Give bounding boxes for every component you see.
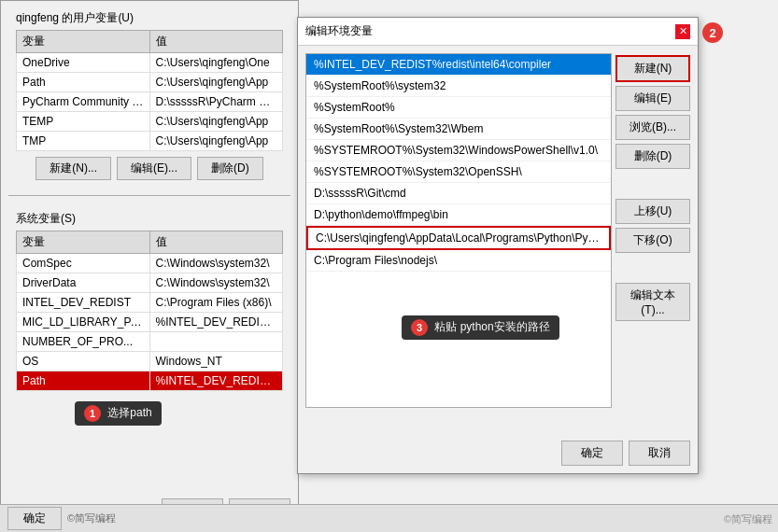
sys-vars-table: 变量 值 ComSpecC:\Windows\system32\DriverDa… [16, 231, 283, 391]
annotation-text-1: 选择path [107, 406, 151, 419]
var-name: INTEL_DEV_REDIST [17, 293, 150, 313]
dialog-new-btn[interactable]: 新建(N) [615, 55, 690, 82]
var-name: MIC_LD_LIBRARY_PATH [17, 313, 150, 332]
sys-col-name: 变量 [17, 231, 150, 254]
var-value: C:\Users\qingfeng\One [149, 53, 283, 73]
sys-var-row[interactable]: OSWindows_NT [17, 352, 283, 371]
user-vars-buttons: 新建(N)... 编辑(E)... 删除(D) [8, 157, 290, 180]
annotation-text-3: 粘贴 python安装的路径 [434, 320, 549, 333]
watermark: ©简写编程 [724, 512, 772, 526]
var-name: OS [17, 352, 150, 371]
dialog-titlebar: 编辑环境变量 ✕ [298, 18, 698, 46]
var-name: TEMP [17, 112, 150, 132]
user-var-row[interactable]: PathC:\Users\qingfeng\App [17, 73, 283, 92]
user-var-row[interactable]: TEMPC:\Users\qingfeng\App [17, 112, 283, 132]
path-list-item[interactable]: %SystemRoot%\System32\Wbem [306, 119, 611, 140]
var-name: Path [17, 371, 150, 391]
user-delete-btn[interactable]: 删除(D) [197, 157, 263, 180]
path-list-item[interactable]: C:\Users\qingfeng\AppData\Local\Programs… [306, 226, 611, 250]
path-list-item[interactable]: D:\python\demo\ffmpeg\bin [306, 204, 611, 226]
dialog-title: 编辑环境变量 [305, 23, 373, 39]
path-list[interactable]: %INTEL_DEV_REDIST%redist\intel64\compile… [305, 53, 612, 408]
var-value: C:\Windows\system32\ [149, 254, 283, 273]
user-var-row[interactable]: TMPC:\Users\qingfeng\App [17, 132, 283, 151]
dialog-bottom-buttons: 确定 取消 [561, 441, 690, 466]
annotation-circle-2: 2 [702, 22, 723, 43]
sys-col-value: 值 [149, 231, 283, 254]
var-name: PyCharm Community Editi... [17, 92, 150, 112]
dialog-delete-btn[interactable]: 删除(D) [615, 144, 690, 169]
annotation-2: 2 [702, 22, 727, 43]
user-edit-btn[interactable]: 编辑(E)... [117, 157, 191, 180]
annotation-circle-1: 1 [84, 405, 101, 422]
sys-var-row[interactable]: NUMBER_OF_PRO... [17, 332, 283, 352]
dialog-edit-text-btn[interactable]: 编辑文本(T)... [615, 283, 690, 321]
path-list-item[interactable]: %INTEL_DEV_REDIST%redist\intel64\compile… [306, 54, 611, 76]
annotation-circle-3: 3 [411, 319, 428, 336]
var-value [149, 332, 283, 352]
user-var-row[interactable]: OneDriveC:\Users\qingfeng\One [17, 53, 283, 73]
var-value: C:\Windows\system32\ [149, 273, 283, 293]
user-vars-title: qingfeng 的用户变量(U) [8, 5, 290, 30]
sys-var-row[interactable]: Path%INTEL_DEV_REDIST% [17, 371, 283, 391]
var-value: C:\Users\qingfeng\App [149, 73, 283, 92]
sys-vars-section: 系统变量(S) 变量 值 ComSpecC:\Windows\system32\… [1, 202, 298, 395]
var-name: TMP [17, 132, 150, 151]
var-name: ComSpec [17, 254, 150, 273]
user-vars-section: qingfeng 的用户变量(U) 变量 值 OneDriveC:\Users\… [1, 1, 298, 189]
sys-var-row[interactable]: MIC_LD_LIBRARY_PATH%INTEL_DEV_REDIST% [17, 313, 283, 332]
var-value: C:\Users\qingfeng\App [149, 132, 283, 151]
user-var-row[interactable]: PyCharm Community Editi...D:\sssssR\PyCh… [17, 92, 283, 112]
dialog-right-buttons: 新建(N) 编辑(E) 浏览(B)... 删除(D) 上移(U) 下移(O) 编… [615, 55, 690, 321]
var-name: Path [17, 73, 150, 92]
var-value: %INTEL_DEV_REDIST% [149, 313, 283, 332]
var-value: C:\Users\qingfeng\App [149, 112, 283, 132]
var-name: OneDrive [17, 53, 150, 73]
sys-var-row[interactable]: ComSpecC:\Windows\system32\ [17, 254, 283, 273]
divider [8, 195, 290, 196]
sys-var-row[interactable]: DriverDataC:\Windows\system32\ [17, 273, 283, 293]
user-vars-table: 变量 值 OneDriveC:\Users\qingfeng\OnePathC:… [16, 30, 283, 151]
sys-var-row[interactable]: INTEL_DEV_REDISTC:\Program Files (x86)\ [17, 293, 283, 313]
path-list-item[interactable]: %SystemRoot%\system32 [306, 76, 611, 97]
dialog-move-up-btn[interactable]: 上移(U) [615, 199, 690, 224]
var-name: DriverData [17, 273, 150, 293]
path-list-item[interactable]: D:\sssssR\Git\cmd [306, 183, 611, 204]
dialog-browse-btn[interactable]: 浏览(B)... [615, 115, 690, 140]
sys-vars-title: 系统变量(S) [8, 205, 290, 231]
taskbar-brand: ©简写编程 [67, 511, 116, 525]
taskbar: 确定 ©简写编程 [0, 504, 778, 532]
var-name: NUMBER_OF_PRO... [17, 332, 150, 352]
var-value: %INTEL_DEV_REDIST% [149, 371, 283, 391]
dialog-ok-btn[interactable]: 确定 [561, 441, 623, 466]
user-new-btn[interactable]: 新建(N)... [35, 157, 111, 180]
dialog-close-btn[interactable]: ✕ [675, 24, 690, 39]
path-list-item[interactable]: %SYSTEMROOT%\System32\OpenSSH\ [306, 161, 611, 183]
dialog-edit-btn[interactable]: 编辑(E) [615, 86, 690, 111]
var-value: C:\Program Files (x86)\ [149, 293, 283, 313]
path-list-item[interactable]: %SystemRoot% [306, 97, 611, 119]
var-value: Windows_NT [149, 352, 283, 371]
user-col-name: 变量 [17, 31, 150, 53]
taskbar-ok-btn[interactable]: 确定 [7, 507, 62, 530]
main-window: qingfeng 的用户变量(U) 变量 值 OneDriveC:\Users\… [0, 0, 299, 532]
user-col-value: 值 [149, 31, 283, 53]
edit-env-dialog: 编辑环境变量 ✕ %INTEL_DEV_REDIST%redist\intel6… [297, 17, 699, 474]
dialog-move-down-btn[interactable]: 下移(O) [615, 228, 690, 253]
dialog-cancel-btn[interactable]: 取消 [629, 441, 690, 466]
var-value: D:\sssssR\PyCharm Cor [149, 92, 283, 112]
path-list-item[interactable]: %SYSTEMROOT%\System32\WindowsPowerShell\… [306, 140, 611, 161]
path-list-item[interactable]: C:\Program Files\nodejs\ [306, 250, 611, 272]
